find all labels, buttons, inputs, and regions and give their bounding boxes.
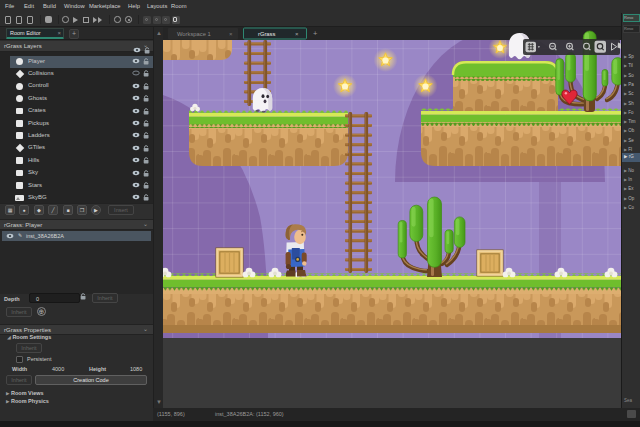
svg-text:×: × xyxy=(229,31,233,37)
svg-text:Workspace 1: Workspace 1 xyxy=(177,31,211,37)
svg-text:×: × xyxy=(295,31,299,37)
svg-text:+: + xyxy=(313,29,318,38)
svg-text:rGrass: rGrass xyxy=(258,31,275,37)
